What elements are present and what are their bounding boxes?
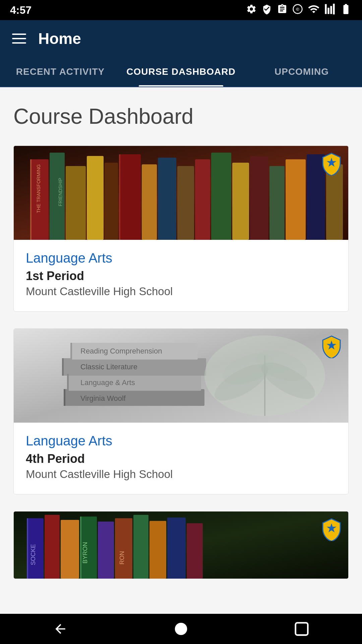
menu-button[interactable] xyxy=(12,34,26,44)
svg-text:Virginia Woolf: Virginia Woolf xyxy=(80,394,126,402)
page-content: Course Dashboard xyxy=(0,87,362,629)
svg-rect-64 xyxy=(296,623,308,635)
svg-text:FRIENDSHIP: FRIENDSHIP xyxy=(58,178,63,206)
svg-rect-52 xyxy=(115,518,132,579)
star-shield-badge-3 xyxy=(321,518,342,541)
course-school-2: Mount Castleville High School xyxy=(26,468,336,481)
svg-rect-15 xyxy=(232,163,249,240)
svg-rect-58 xyxy=(80,517,81,579)
app-title: Home xyxy=(38,30,81,48)
tab-course-dashboard[interactable]: COURSE DASHBOARD xyxy=(121,57,241,87)
svg-rect-21 xyxy=(30,159,32,240)
svg-rect-33 xyxy=(62,358,64,376)
svg-rect-34 xyxy=(70,343,72,360)
svg-rect-53 xyxy=(133,515,148,579)
course-school-1: Mount Castleville High School xyxy=(26,285,336,298)
svg-text:BYRON: BYRON xyxy=(82,542,88,564)
circle-badge-icon: © xyxy=(292,4,303,17)
course-info-2: Language Arts 4th Period Mount Castlevil… xyxy=(14,423,348,494)
svg-text:THE TRANSFORMING: THE TRANSFORMING xyxy=(36,164,41,213)
svg-rect-31 xyxy=(64,389,65,406)
svg-rect-9 xyxy=(119,154,141,240)
svg-rect-14 xyxy=(211,153,231,240)
svg-rect-10 xyxy=(142,164,157,240)
hamburger-line-3 xyxy=(12,42,26,44)
svg-text:Language & Arts: Language & Arts xyxy=(80,378,135,387)
books-illustration-1: THE TRANSFORMING FRIENDSHIP xyxy=(14,146,348,240)
status-time: 4:57 xyxy=(10,4,32,16)
course-card-2[interactable]: Virginia Woolf Language & Arts Classic L… xyxy=(13,328,349,494)
course-name-1: Language Arts xyxy=(26,251,336,266)
svg-rect-7 xyxy=(87,156,104,240)
svg-rect-32 xyxy=(67,374,69,391)
nav-bar xyxy=(0,614,362,644)
course-name-2: Language Arts xyxy=(26,433,336,448)
home-button[interactable] xyxy=(171,619,191,639)
settings-icon xyxy=(246,4,257,17)
svg-rect-22 xyxy=(119,154,120,240)
svg-rect-13 xyxy=(195,159,210,240)
wifi-icon xyxy=(308,3,320,17)
app-bar: Home xyxy=(0,20,362,57)
page-heading: Course Dashboard xyxy=(13,104,349,129)
svg-rect-56 xyxy=(187,523,203,579)
svg-rect-49 xyxy=(61,520,79,579)
course-info-1: Language Arts 1st Period Mount Castlevil… xyxy=(14,240,348,311)
hamburger-line-1 xyxy=(12,34,26,35)
svg-rect-11 xyxy=(158,158,176,240)
course-period-2: 4th Period xyxy=(26,452,336,466)
svg-rect-6 xyxy=(66,166,86,240)
clipboard-icon xyxy=(277,4,288,17)
course-image-2: Virginia Woolf Language & Arts Classic L… xyxy=(14,329,348,423)
course-period-1: 1st Period xyxy=(26,269,336,283)
svg-text:Reading Comprehension: Reading Comprehension xyxy=(80,347,162,355)
svg-rect-55 xyxy=(167,518,186,579)
svg-rect-18 xyxy=(286,159,306,240)
svg-text:©: © xyxy=(296,7,299,12)
status-bar: 4:57 © xyxy=(0,0,362,20)
svg-rect-48 xyxy=(45,515,60,579)
tab-upcoming[interactable]: UPCOMING xyxy=(241,57,362,87)
recents-button[interactable] xyxy=(292,619,312,639)
svg-rect-16 xyxy=(250,156,268,240)
svg-rect-20 xyxy=(326,164,343,240)
course-image-1: THE TRANSFORMING FRIENDSHIP xyxy=(14,146,348,240)
svg-text:SOCKE: SOCKE xyxy=(30,544,37,565)
battery-icon xyxy=(340,3,352,17)
svg-text:RON: RON xyxy=(119,551,125,565)
svg-rect-54 xyxy=(149,521,166,579)
tab-bar: RECENT ACTIVITY COURSE DASHBOARD UPCOMIN… xyxy=(0,57,362,87)
svg-rect-17 xyxy=(269,166,285,240)
course-card-1[interactable]: THE TRANSFORMING FRIENDSHIP Language Art… xyxy=(13,146,349,312)
play-protect-icon xyxy=(261,4,272,17)
svg-rect-51 xyxy=(98,522,114,579)
books-illustration-2: Virginia Woolf Language & Arts Classic L… xyxy=(14,329,348,423)
status-icons: © xyxy=(246,3,352,17)
star-shield-badge-2 xyxy=(321,335,342,358)
course-card-3[interactable]: SOCKE BYRON RON xyxy=(13,511,349,579)
svg-text:Classic Literature: Classic Literature xyxy=(80,363,137,371)
svg-rect-8 xyxy=(105,163,118,240)
back-button[interactable] xyxy=(50,619,70,639)
hamburger-line-2 xyxy=(12,38,26,39)
svg-point-63 xyxy=(175,623,187,635)
svg-rect-12 xyxy=(177,166,194,240)
star-shield-badge-1 xyxy=(321,153,342,175)
signal-icon xyxy=(324,4,335,17)
tab-recent-activity[interactable]: RECENT ACTIVITY xyxy=(0,57,121,87)
books-illustration-3: SOCKE BYRON RON xyxy=(14,512,348,579)
course-image-3: SOCKE BYRON RON xyxy=(14,512,348,579)
svg-rect-57 xyxy=(27,518,28,579)
